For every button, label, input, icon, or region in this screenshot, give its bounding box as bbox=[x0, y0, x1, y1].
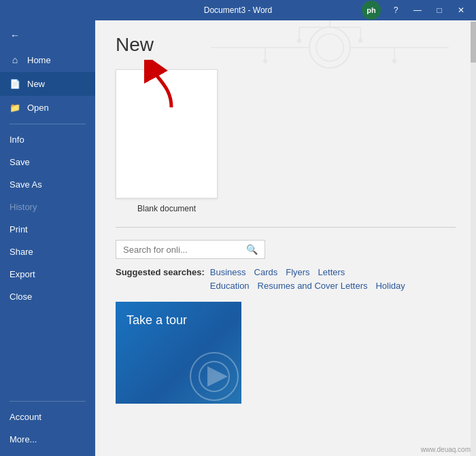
help-button[interactable]: ? bbox=[386, 1, 405, 20]
sidebar-label-open: Open bbox=[27, 103, 49, 113]
titlebar: Document3 - Word ph ? — □ ✕ bbox=[0, 0, 476, 20]
sidebar-item-info[interactable]: Info bbox=[0, 128, 95, 151]
blank-document-card[interactable]: Blank document bbox=[116, 69, 218, 213]
open-icon: 📁 bbox=[10, 103, 20, 113]
search-input[interactable] bbox=[123, 245, 246, 255]
suggested-links-container: Business Cards Flyers Letters Education … bbox=[210, 267, 405, 291]
sidebar-label-new: New bbox=[27, 79, 45, 89]
tour-decoration-icon bbox=[187, 349, 241, 404]
content-inner: New Blank document 🔍 Suggest bbox=[95, 20, 476, 431]
suggested-row-1: Business Cards Flyers Letters bbox=[210, 267, 405, 277]
back-icon: ← bbox=[10, 30, 20, 41]
sidebar-item-share[interactable]: Share bbox=[0, 241, 95, 263]
suggested-row-2: Education Resumes and Cover Letters Holi… bbox=[210, 281, 405, 291]
sidebar-nav: ← ⌂ Home 📄 New 📁 Open Info bbox=[0, 20, 95, 308]
featured-templates-row: Take a tour bbox=[116, 302, 456, 404]
templates-row: Blank document bbox=[116, 69, 456, 213]
titlebar-controls: ph ? — □ ✕ bbox=[362, 1, 471, 20]
suggested-link-business[interactable]: Business bbox=[210, 267, 246, 277]
suggested-link-letters[interactable]: Letters bbox=[318, 267, 345, 277]
back-button[interactable]: ← bbox=[0, 23, 95, 48]
suggested-link-flyers[interactable]: Flyers bbox=[286, 267, 309, 277]
close-button[interactable]: ✕ bbox=[452, 1, 471, 20]
search-box[interactable]: 🔍 bbox=[116, 240, 265, 259]
svg-point-0 bbox=[309, 27, 350, 68]
blank-doc-label: Blank document bbox=[137, 204, 196, 213]
search-area: 🔍 bbox=[116, 240, 456, 259]
sidebar-item-home[interactable]: ⌂ Home bbox=[0, 48, 95, 72]
new-doc-icon: 📄 bbox=[10, 79, 20, 89]
maximize-button[interactable]: □ bbox=[430, 1, 449, 20]
user-avatar[interactable]: ph bbox=[362, 1, 381, 20]
sidebar-item-close[interactable]: Close bbox=[0, 285, 95, 308]
minimize-button[interactable]: — bbox=[408, 1, 427, 20]
circuit-decoration bbox=[211, 20, 449, 75]
suggested-link-resumes[interactable]: Resumes and Cover Letters bbox=[258, 281, 368, 291]
svg-marker-16 bbox=[207, 366, 228, 387]
sidebar-item-save-as[interactable]: Save As bbox=[0, 173, 95, 196]
sidebar: ← ⌂ Home 📄 New 📁 Open Info bbox=[0, 20, 95, 456]
svg-point-12 bbox=[263, 59, 267, 63]
sidebar-bottom: Account More... bbox=[0, 397, 95, 456]
search-icon: 🔍 bbox=[246, 244, 258, 255]
watermark: www.deuaq.com bbox=[421, 446, 471, 453]
suggested-label: Suggested searches: bbox=[116, 267, 205, 277]
home-icon: ⌂ bbox=[10, 54, 20, 65]
scrollbar-track[interactable] bbox=[471, 20, 476, 456]
sidebar-item-account[interactable]: Account bbox=[0, 406, 95, 428]
suggested-link-cards[interactable]: Cards bbox=[254, 267, 278, 277]
blank-doc-thumb bbox=[116, 69, 218, 198]
sidebar-item-open[interactable]: 📁 Open bbox=[0, 96, 95, 120]
app-body: ← ⌂ Home 📄 New 📁 Open Info bbox=[0, 20, 476, 456]
svg-point-9 bbox=[358, 39, 362, 43]
scrollbar-thumb[interactable] bbox=[471, 22, 476, 63]
sidebar-divider bbox=[10, 124, 86, 124]
sidebar-item-print[interactable]: Print bbox=[0, 218, 95, 241]
content-area: New Blank document 🔍 Suggest bbox=[95, 20, 476, 456]
sidebar-item-new[interactable]: 📄 New bbox=[0, 72, 95, 96]
suggested-link-holiday[interactable]: Holiday bbox=[375, 281, 405, 291]
suggested-searches: Suggested searches: Business Cards Flyer… bbox=[116, 267, 456, 291]
sidebar-item-export[interactable]: Export bbox=[0, 263, 95, 285]
sidebar-item-more[interactable]: More... bbox=[0, 428, 95, 451]
titlebar-title: Document3 - Word bbox=[204, 5, 272, 15]
take-a-tour-card[interactable]: Take a tour bbox=[116, 302, 241, 404]
tour-title: Take a tour bbox=[126, 313, 187, 328]
svg-point-1 bbox=[316, 34, 343, 61]
sidebar-item-save[interactable]: Save bbox=[0, 151, 95, 173]
section-divider bbox=[116, 227, 456, 228]
svg-point-8 bbox=[297, 39, 301, 43]
suggested-link-education[interactable]: Education bbox=[210, 281, 250, 291]
sidebar-label-home: Home bbox=[27, 55, 51, 65]
sidebar-divider-2 bbox=[10, 401, 86, 402]
sidebar-item-history: History bbox=[0, 196, 95, 218]
svg-point-13 bbox=[392, 59, 396, 63]
